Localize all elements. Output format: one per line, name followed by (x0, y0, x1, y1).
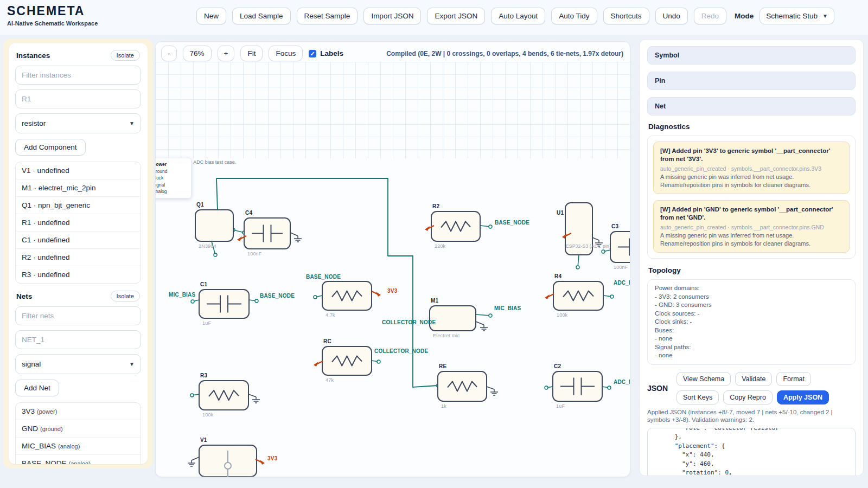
component-value-label: Electret mic (433, 333, 460, 338)
topology-line: Clock sources: - (655, 310, 848, 318)
popup-item[interactable]: signal (155, 182, 191, 189)
list-item[interactable]: C1 · undefined (16, 231, 141, 248)
warning-title: [W] Added pin '3V3' to generic symbol '_… (660, 147, 843, 163)
diagnostics-title: Diagnostics (648, 123, 854, 131)
format-button[interactable]: Format (776, 372, 811, 386)
component-R2[interactable] (431, 211, 480, 241)
json-code: "role": "collector resistor" }, "placeme… (653, 428, 850, 477)
instance-name-input[interactable] (15, 89, 141, 108)
focus-button[interactable]: Focus (269, 46, 303, 61)
popup-item[interactable]: power (155, 161, 191, 168)
net-type-popup[interactable]: power ground clock signal analog (155, 158, 192, 198)
pin-circle (255, 299, 258, 303)
warning-card[interactable]: [W] Added pin 'GND' to generic symbol '_… (653, 200, 850, 253)
pin-stub[interactable] (476, 314, 490, 316)
net-name-input[interactable] (15, 330, 141, 349)
auto-tidy-button[interactable]: Auto Tidy (551, 8, 597, 24)
labels-checkbox[interactable]: ✓ (309, 50, 316, 57)
component-value-label: 4.7k (326, 312, 335, 318)
component-ref-label: RC (323, 338, 331, 344)
warning-meta: auto_generic_pin_created · symbols.__par… (660, 165, 843, 172)
net-name: MIC_BIAS (22, 442, 56, 450)
component-ref-label: R4 (554, 273, 561, 279)
shortcuts-button[interactable]: Shortcuts (603, 8, 649, 24)
topology-line: Clock sinks: - (655, 318, 848, 326)
net-name: BASE_NODE (22, 459, 67, 464)
reset-sample-button[interactable]: Reset Sample (297, 8, 358, 24)
instances-isolate-button[interactable]: Isolate (111, 50, 140, 61)
component-ref-label: C4 (245, 210, 252, 216)
instance-type-select[interactable]: resistor ▼ (15, 113, 141, 133)
component-value-label: 1k (441, 403, 446, 409)
popup-item[interactable]: ground (155, 168, 191, 175)
component-RC[interactable] (322, 346, 372, 375)
instance-type-value: resistor (22, 119, 46, 127)
list-item[interactable]: Q1 · npn_bjt_generic (16, 196, 141, 214)
component-4.7k[interactable] (322, 281, 372, 310)
accordion-pin[interactable]: Pin (647, 72, 856, 90)
logo: SCHEMETA AI-Native Schematic Workspace (7, 4, 98, 27)
component-value-label: ESP32-S3 (ADC pin) (566, 243, 611, 249)
redo-button[interactable]: Redo (694, 8, 726, 24)
list-item[interactable]: V1 · undefined (16, 162, 141, 179)
zoom-in-button[interactable]: + (218, 46, 235, 61)
net-type: (ground) (40, 426, 63, 432)
import-json-button[interactable]: Import JSON (363, 8, 421, 24)
list-item[interactable]: GND(ground) (16, 420, 141, 437)
instances-header: Instances Isolate (16, 50, 140, 61)
add-net-button[interactable]: Add Net (15, 380, 59, 396)
list-item[interactable]: BASE_NODE(analog) (16, 454, 141, 464)
accordion-symbol[interactable]: Symbol (647, 46, 856, 65)
copy-repro-button[interactable]: Copy Repro (723, 390, 773, 404)
list-item[interactable]: R1 · undefined (16, 214, 141, 231)
list-item[interactable]: R2 · undefined (16, 248, 141, 266)
nets-isolate-button[interactable]: Isolate (111, 291, 140, 301)
component-M1[interactable] (430, 306, 476, 331)
component-C1[interactable] (199, 290, 249, 318)
add-component-button[interactable]: Add Component (15, 139, 86, 156)
load-sample-button[interactable]: Load Sample (232, 8, 291, 24)
list-item[interactable]: R3 · undefined (16, 266, 141, 283)
schematic-svg[interactable]: Q12N3904C4100nFC11uF4.7kRC47kR3100kV1R22… (156, 42, 630, 477)
export-json-button[interactable]: Export JSON (427, 8, 485, 24)
net-type: (power) (37, 408, 57, 415)
json-editor[interactable]: "role": "collector resistor" }, "placeme… (647, 428, 856, 477)
warning-card[interactable]: [W] Added pin '3V3' to generic symbol '_… (653, 142, 850, 194)
labels-label: Labels (320, 49, 343, 57)
component-R4[interactable] (553, 281, 603, 310)
component-Q1[interactable] (195, 210, 233, 241)
pin-circle (191, 300, 194, 303)
view-schema-button[interactable]: View Schema (676, 372, 731, 386)
auto-layout-button[interactable]: Auto Layout (491, 8, 545, 24)
component-C2[interactable] (553, 371, 602, 401)
fit-button[interactable]: Fit (240, 46, 263, 61)
new-button[interactable]: New (196, 8, 226, 24)
apply-json-button[interactable]: Apply JSON (777, 390, 829, 404)
net-label-BASE_NODE: BASE_NODE (495, 220, 529, 226)
net-name: 3V3 (22, 407, 35, 415)
component-RE[interactable] (438, 371, 487, 401)
list-item[interactable]: M1 · electret_mic_2pin (16, 179, 141, 196)
schematic-canvas[interactable]: Q12N3904C4100nFC11uF4.7kRC47kR3100kV1R22… (155, 41, 630, 477)
net-label-3V3: 3V3 (387, 288, 398, 294)
component-value-label: 100k (202, 412, 214, 418)
sort-keys-button[interactable]: Sort Keys (676, 390, 719, 404)
list-item[interactable]: MIC_BIAS(analog) (16, 437, 141, 454)
popup-item[interactable]: analog (155, 188, 191, 195)
net-type-select[interactable]: signal ▼ (15, 354, 141, 374)
filter-instances-input[interactable] (15, 66, 141, 85)
component-R3[interactable] (199, 381, 248, 410)
component-C4[interactable] (244, 218, 290, 249)
zoom-level-button[interactable]: 76% (183, 46, 212, 61)
undo-button[interactable]: Undo (655, 8, 688, 24)
labels-toggle[interactable]: ✓ Labels (309, 49, 343, 57)
mode-select[interactable]: Schematic Stub ▼ (760, 8, 834, 24)
validate-button[interactable]: Validate (735, 372, 772, 386)
filter-nets-input[interactable] (15, 306, 141, 325)
accordion-net[interactable]: Net (647, 97, 856, 115)
component-value-label: 47k (326, 377, 334, 383)
net-type: (analog) (69, 460, 91, 464)
popup-item[interactable]: clock (155, 175, 191, 182)
zoom-out-button[interactable]: - (161, 46, 177, 61)
list-item[interactable]: 3V3(power) (16, 403, 141, 420)
